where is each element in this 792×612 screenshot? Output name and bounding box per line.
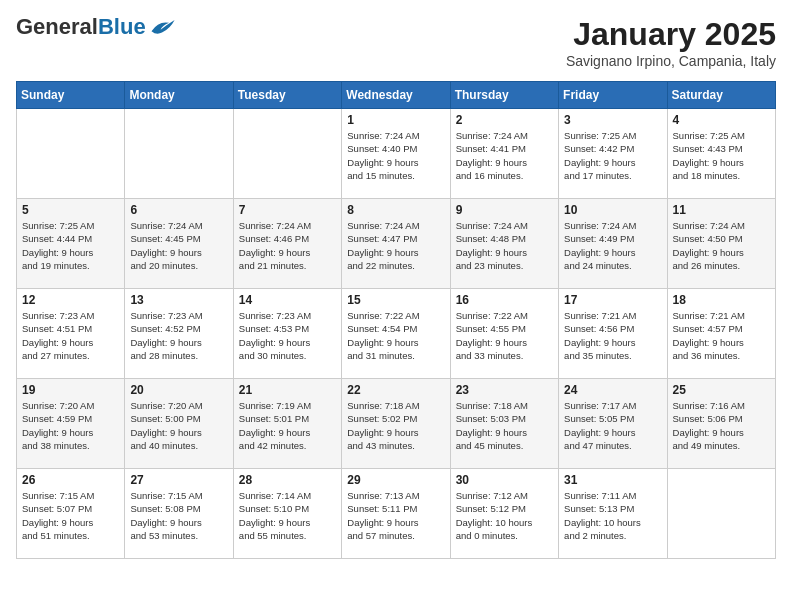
logo-general-text: General	[16, 14, 98, 39]
title-block: January 2025 Savignano Irpino, Campania,…	[566, 16, 776, 69]
day-info: Sunrise: 7:25 AM Sunset: 4:44 PM Dayligh…	[22, 219, 119, 272]
weekday-header-sunday: Sunday	[17, 82, 125, 109]
day-number: 5	[22, 203, 119, 217]
calendar-day-20: 20Sunrise: 7:20 AM Sunset: 5:00 PM Dayli…	[125, 379, 233, 469]
calendar-day-13: 13Sunrise: 7:23 AM Sunset: 4:52 PM Dayli…	[125, 289, 233, 379]
day-number: 21	[239, 383, 336, 397]
calendar-day-11: 11Sunrise: 7:24 AM Sunset: 4:50 PM Dayli…	[667, 199, 775, 289]
calendar-empty-cell	[125, 109, 233, 199]
calendar-day-22: 22Sunrise: 7:18 AM Sunset: 5:02 PM Dayli…	[342, 379, 450, 469]
weekday-header-saturday: Saturday	[667, 82, 775, 109]
calendar-day-6: 6Sunrise: 7:24 AM Sunset: 4:45 PM Daylig…	[125, 199, 233, 289]
calendar-table: SundayMondayTuesdayWednesdayThursdayFrid…	[16, 81, 776, 559]
calendar-week-row: 26Sunrise: 7:15 AM Sunset: 5:07 PM Dayli…	[17, 469, 776, 559]
day-info: Sunrise: 7:20 AM Sunset: 5:00 PM Dayligh…	[130, 399, 227, 452]
day-number: 16	[456, 293, 553, 307]
day-info: Sunrise: 7:21 AM Sunset: 4:57 PM Dayligh…	[673, 309, 770, 362]
day-info: Sunrise: 7:22 AM Sunset: 4:55 PM Dayligh…	[456, 309, 553, 362]
day-info: Sunrise: 7:24 AM Sunset: 4:45 PM Dayligh…	[130, 219, 227, 272]
day-number: 12	[22, 293, 119, 307]
day-info: Sunrise: 7:25 AM Sunset: 4:42 PM Dayligh…	[564, 129, 661, 182]
weekday-header-wednesday: Wednesday	[342, 82, 450, 109]
day-number: 18	[673, 293, 770, 307]
calendar-empty-cell	[233, 109, 341, 199]
day-info: Sunrise: 7:15 AM Sunset: 5:08 PM Dayligh…	[130, 489, 227, 542]
calendar-day-23: 23Sunrise: 7:18 AM Sunset: 5:03 PM Dayli…	[450, 379, 558, 469]
calendar-week-row: 12Sunrise: 7:23 AM Sunset: 4:51 PM Dayli…	[17, 289, 776, 379]
calendar-week-row: 1Sunrise: 7:24 AM Sunset: 4:40 PM Daylig…	[17, 109, 776, 199]
weekday-header-friday: Friday	[559, 82, 667, 109]
calendar-day-16: 16Sunrise: 7:22 AM Sunset: 4:55 PM Dayli…	[450, 289, 558, 379]
day-number: 7	[239, 203, 336, 217]
logo-blue-text: Blue	[98, 14, 146, 39]
weekday-header-monday: Monday	[125, 82, 233, 109]
day-number: 22	[347, 383, 444, 397]
day-number: 23	[456, 383, 553, 397]
day-number: 26	[22, 473, 119, 487]
day-number: 20	[130, 383, 227, 397]
day-number: 29	[347, 473, 444, 487]
calendar-day-29: 29Sunrise: 7:13 AM Sunset: 5:11 PM Dayli…	[342, 469, 450, 559]
calendar-week-row: 19Sunrise: 7:20 AM Sunset: 4:59 PM Dayli…	[17, 379, 776, 469]
day-number: 24	[564, 383, 661, 397]
day-number: 25	[673, 383, 770, 397]
day-number: 15	[347, 293, 444, 307]
day-info: Sunrise: 7:19 AM Sunset: 5:01 PM Dayligh…	[239, 399, 336, 452]
day-info: Sunrise: 7:11 AM Sunset: 5:13 PM Dayligh…	[564, 489, 661, 542]
month-title: January 2025	[566, 16, 776, 53]
day-info: Sunrise: 7:24 AM Sunset: 4:46 PM Dayligh…	[239, 219, 336, 272]
calendar-day-12: 12Sunrise: 7:23 AM Sunset: 4:51 PM Dayli…	[17, 289, 125, 379]
calendar-day-8: 8Sunrise: 7:24 AM Sunset: 4:47 PM Daylig…	[342, 199, 450, 289]
day-info: Sunrise: 7:23 AM Sunset: 4:52 PM Dayligh…	[130, 309, 227, 362]
day-number: 9	[456, 203, 553, 217]
day-info: Sunrise: 7:12 AM Sunset: 5:12 PM Dayligh…	[456, 489, 553, 542]
calendar-empty-cell	[17, 109, 125, 199]
calendar-day-15: 15Sunrise: 7:22 AM Sunset: 4:54 PM Dayli…	[342, 289, 450, 379]
weekday-header-tuesday: Tuesday	[233, 82, 341, 109]
calendar-day-4: 4Sunrise: 7:25 AM Sunset: 4:43 PM Daylig…	[667, 109, 775, 199]
calendar-day-3: 3Sunrise: 7:25 AM Sunset: 4:42 PM Daylig…	[559, 109, 667, 199]
calendar-day-10: 10Sunrise: 7:24 AM Sunset: 4:49 PM Dayli…	[559, 199, 667, 289]
day-number: 2	[456, 113, 553, 127]
page-header: GeneralBlue January 2025 Savignano Irpin…	[16, 16, 776, 69]
day-info: Sunrise: 7:22 AM Sunset: 4:54 PM Dayligh…	[347, 309, 444, 362]
calendar-week-row: 5Sunrise: 7:25 AM Sunset: 4:44 PM Daylig…	[17, 199, 776, 289]
day-info: Sunrise: 7:24 AM Sunset: 4:47 PM Dayligh…	[347, 219, 444, 272]
weekday-header-thursday: Thursday	[450, 82, 558, 109]
calendar-empty-cell	[667, 469, 775, 559]
day-number: 8	[347, 203, 444, 217]
day-number: 1	[347, 113, 444, 127]
calendar-day-5: 5Sunrise: 7:25 AM Sunset: 4:44 PM Daylig…	[17, 199, 125, 289]
day-info: Sunrise: 7:24 AM Sunset: 4:49 PM Dayligh…	[564, 219, 661, 272]
day-number: 31	[564, 473, 661, 487]
calendar-day-21: 21Sunrise: 7:19 AM Sunset: 5:01 PM Dayli…	[233, 379, 341, 469]
calendar-day-27: 27Sunrise: 7:15 AM Sunset: 5:08 PM Dayli…	[125, 469, 233, 559]
day-info: Sunrise: 7:16 AM Sunset: 5:06 PM Dayligh…	[673, 399, 770, 452]
calendar-day-7: 7Sunrise: 7:24 AM Sunset: 4:46 PM Daylig…	[233, 199, 341, 289]
calendar-day-14: 14Sunrise: 7:23 AM Sunset: 4:53 PM Dayli…	[233, 289, 341, 379]
day-info: Sunrise: 7:24 AM Sunset: 4:41 PM Dayligh…	[456, 129, 553, 182]
calendar-day-1: 1Sunrise: 7:24 AM Sunset: 4:40 PM Daylig…	[342, 109, 450, 199]
location-title: Savignano Irpino, Campania, Italy	[566, 53, 776, 69]
calendar-day-30: 30Sunrise: 7:12 AM Sunset: 5:12 PM Dayli…	[450, 469, 558, 559]
day-number: 30	[456, 473, 553, 487]
day-info: Sunrise: 7:24 AM Sunset: 4:50 PM Dayligh…	[673, 219, 770, 272]
day-info: Sunrise: 7:23 AM Sunset: 4:53 PM Dayligh…	[239, 309, 336, 362]
calendar-day-28: 28Sunrise: 7:14 AM Sunset: 5:10 PM Dayli…	[233, 469, 341, 559]
day-info: Sunrise: 7:24 AM Sunset: 4:48 PM Dayligh…	[456, 219, 553, 272]
day-info: Sunrise: 7:18 AM Sunset: 5:03 PM Dayligh…	[456, 399, 553, 452]
calendar-day-9: 9Sunrise: 7:24 AM Sunset: 4:48 PM Daylig…	[450, 199, 558, 289]
day-info: Sunrise: 7:17 AM Sunset: 5:05 PM Dayligh…	[564, 399, 661, 452]
calendar-day-25: 25Sunrise: 7:16 AM Sunset: 5:06 PM Dayli…	[667, 379, 775, 469]
day-number: 27	[130, 473, 227, 487]
day-number: 14	[239, 293, 336, 307]
day-number: 10	[564, 203, 661, 217]
calendar-day-19: 19Sunrise: 7:20 AM Sunset: 4:59 PM Dayli…	[17, 379, 125, 469]
logo: GeneralBlue	[16, 16, 176, 38]
day-number: 19	[22, 383, 119, 397]
day-number: 3	[564, 113, 661, 127]
calendar-day-26: 26Sunrise: 7:15 AM Sunset: 5:07 PM Dayli…	[17, 469, 125, 559]
day-number: 28	[239, 473, 336, 487]
day-info: Sunrise: 7:13 AM Sunset: 5:11 PM Dayligh…	[347, 489, 444, 542]
calendar-day-17: 17Sunrise: 7:21 AM Sunset: 4:56 PM Dayli…	[559, 289, 667, 379]
